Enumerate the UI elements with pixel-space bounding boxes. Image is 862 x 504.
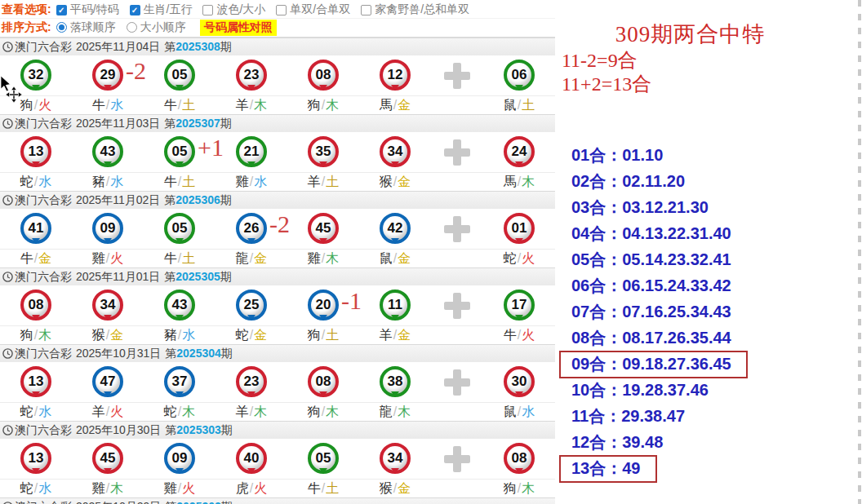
lottery-ball: 43 [164,290,195,321]
radio-option-1[interactable]: 落球顺序 [56,20,116,35]
unchecked-checkbox-icon[interactable] [202,5,213,15]
checkbox-option-1[interactable]: ✓平码/特码 [56,2,119,17]
ball-cell: 43 [72,132,144,172]
highlight-box: 09合：09.18.27.36.45 [559,351,748,378]
lottery-ball: 45 [92,443,123,474]
element-text: 木 [110,480,123,497]
checkbox-option-4[interactable]: 单双/合单双 [276,2,350,17]
combination-label: 06合： [571,276,622,294]
issue-prefix: 第 [165,423,176,436]
slash-separator: / [250,98,253,113]
zodiac-element-label: 羊/金 [359,326,431,344]
lottery-ball: 08 [308,366,339,397]
lottery-ball: 05 [164,136,195,167]
zodiac-text: 蛇 [20,174,33,191]
ball-number: 30 [512,374,527,390]
combination-row: 08合：08.17.26.35.44 [555,325,862,351]
ball-cell: 13 [0,439,72,479]
checkbox-option-2[interactable]: ✓生肖/五行 [130,2,193,17]
site-name: 澳门六合彩 [15,423,72,438]
zodiac-text: 羊 [308,174,321,191]
checkbox-option-5[interactable]: 家禽野兽/总和单双 [361,2,469,17]
ball-cell: 34 [72,285,144,325]
issue-suffix: 期 [220,270,232,283]
sort-radio-group: 落球顺序大小顺序 [56,20,197,35]
zodiac-text: 牛 [504,327,517,344]
ball-cell: 05 [287,439,359,479]
combination-value: 04.13.22.31.40 [622,224,731,242]
issue-label: 第2025308期 [164,40,232,55]
checked-checkbox-icon[interactable]: ✓ [56,5,67,15]
combination-value: 29.38.47 [621,407,685,425]
radio-option-2[interactable]: 大小顺序 [127,20,186,35]
zodiac-element-label: 牛/火 [483,326,555,344]
draw-row: 澳门六合彩2025年11月04日第2025308期3229-2052308120… [0,38,555,114]
zodiac-text: 牛 [164,250,177,267]
zodiac-text: 龍 [380,404,393,421]
slash-separator: / [393,405,397,419]
zodiac-element-label: 虎/火 [216,480,287,497]
element-text: 水 [38,404,51,421]
selected-radio-icon[interactable] [56,22,67,33]
lottery-ball: 11 [380,290,411,321]
empty-cell [431,326,483,344]
ball-number: 43 [172,297,188,313]
ball-cell: 34 [359,132,431,172]
ball-number: 17 [512,297,527,313]
element-text: 金 [398,174,411,191]
ball-cell: 29-2 [72,55,144,95]
element-text: 金 [398,480,411,497]
plus-separator [431,209,483,249]
element-text: 土 [326,327,339,344]
issue-prefix: 第 [165,500,176,504]
slash-separator: / [518,405,521,419]
zodiac-text: 鼠 [504,97,517,114]
clock-icon [2,118,13,129]
ball-number: 08 [316,374,331,390]
ball-cell: 40 [216,439,287,479]
ball-number: 23 [244,374,260,390]
combination-text: 08合：08.17.26.35.44 [571,325,731,351]
zodiac-text: 蛇 [20,480,33,497]
lottery-ball: 47 [92,366,123,397]
slash-separator: / [322,481,325,496]
checkbox-option-3[interactable]: 波色/大小 [202,2,265,17]
site-name: 澳门六合彩 [15,347,72,361]
element-text: 火 [110,404,123,421]
unchecked-checkbox-icon[interactable] [361,5,371,15]
ball-number: 21 [244,144,260,160]
element-text: 火 [522,250,535,267]
slash-separator: / [178,405,181,419]
draw-header: 澳门六合彩2025年10月29日第2025302期 [0,497,555,504]
issue-suffix: 期 [221,347,233,360]
lottery-ball: 32 [20,60,51,91]
zodiac-element-label: 羊/火 [72,403,144,421]
prediction-panel: 309期两合中特 11-2=9合 11+2=13合 01合：01.1002合：0… [555,0,862,504]
zodiac-element-label: 狗/木 [287,96,359,114]
number-attribute-compare-button[interactable]: 号码属性对照 [200,20,277,36]
lottery-ball: 13 [20,443,51,474]
unselected-radio-icon[interactable] [127,22,137,33]
plus-icon [444,63,470,89]
draw-header: 澳门六合彩2025年11月02日第2025306期 [0,191,555,209]
zodiac-element-label: 蛇/火 [483,250,555,267]
lottery-ball: 40 [236,443,267,474]
scrollbar[interactable] [858,0,861,504]
issue-label: 第2025303期 [165,423,233,438]
ball-number: 13 [29,144,44,160]
unchecked-checkbox-icon[interactable] [276,5,287,15]
ball-cell: 13 [0,362,72,402]
plus-icon [444,139,470,166]
checkbox-label: 平码/特码 [70,2,119,17]
lottery-ball: 13 [20,366,51,397]
checked-checkbox-icon[interactable]: ✓ [130,5,140,15]
zodiac-element-label: 蛇/水 [0,480,72,497]
lottery-ball: 34 [92,290,123,321]
lottery-ball: 26 [236,213,267,244]
slash-separator: / [178,98,181,113]
ball-cell: 41 [0,209,72,249]
combination-value: 06.15.24.33.42 [622,276,731,294]
ball-cell: 26-2 [216,209,287,249]
plus-separator [431,55,483,95]
element-text: 木 [522,480,535,497]
